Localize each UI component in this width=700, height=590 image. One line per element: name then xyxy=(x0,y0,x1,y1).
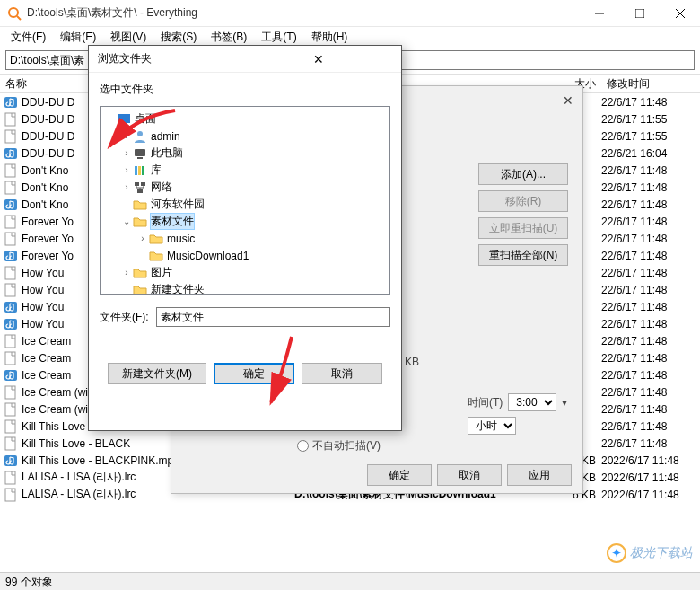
menu-bar: 文件(F) 编辑(E) 视图(V) 搜索(S) 书签(B) 工具(T) 帮助(H… xyxy=(0,27,700,47)
new-folder-button[interactable]: 新建文件夹(M) xyxy=(108,363,206,384)
svg-rect-40 xyxy=(137,189,143,193)
status-bar: 99 个对象 xyxy=(0,572,700,590)
file-date: 22/6/17 11:48 xyxy=(601,318,700,330)
menu-search[interactable]: 搜索(S) xyxy=(153,28,204,47)
menu-view[interactable]: 视图(V) xyxy=(103,28,153,47)
file-date: 22/6/17 11:48 xyxy=(601,420,700,433)
menu-help[interactable]: 帮助(H) xyxy=(304,28,355,47)
file-icon xyxy=(4,436,18,451)
folder-tree[interactable]: 桌面›admin›此电脑›库›网络河东软件园⌄素材文件›musicMusicDo… xyxy=(100,106,390,295)
remove-button[interactable]: 移除(R) xyxy=(478,190,568,212)
rescan-now-button[interactable]: 立即重扫描(U) xyxy=(478,217,568,239)
col-date[interactable]: 修改时间 xyxy=(601,76,700,92)
tree-node[interactable]: ⌄素材文件 xyxy=(101,213,389,230)
expand-icon[interactable]: › xyxy=(120,165,133,175)
svg-line-1 xyxy=(17,16,21,20)
time-select[interactable]: 3:00 xyxy=(508,393,556,411)
add-button[interactable]: 添加(A)... xyxy=(478,163,568,185)
svg-rect-28 xyxy=(5,471,15,484)
audio-icon xyxy=(4,454,18,468)
hour-select[interactable]: 小时 xyxy=(468,417,516,435)
dialog-titlebar: 浏览文件夹 ✕ xyxy=(89,46,401,73)
file-date: 22/6/17 11:48 xyxy=(601,301,700,313)
menu-edit[interactable]: 编辑(E) xyxy=(53,28,103,47)
tree-node[interactable]: MusicDownload1 xyxy=(101,247,389,264)
tree-node[interactable]: 新建文件夹 xyxy=(101,281,389,295)
file-icon xyxy=(4,351,18,365)
file-icon xyxy=(4,232,18,246)
maximize-button[interactable] xyxy=(619,0,660,27)
svg-rect-23 xyxy=(5,386,15,399)
file-date: 22/6/17 11:48 xyxy=(601,164,700,177)
dialog-close-icon[interactable]: ✕ xyxy=(245,52,392,66)
expand-icon[interactable]: › xyxy=(136,233,149,243)
watermark-icon: ✦ xyxy=(607,543,626,563)
minimize-button[interactable] xyxy=(579,0,619,27)
browse-ok-button[interactable]: 确定 xyxy=(214,363,294,384)
tree-node[interactable]: ›网络 xyxy=(101,179,389,196)
svg-rect-31 xyxy=(121,124,127,126)
svg-rect-34 xyxy=(137,157,143,159)
expand-icon[interactable]: › xyxy=(120,131,133,141)
tree-node[interactable]: ›图片 xyxy=(101,264,389,281)
tree-node[interactable]: ›库 xyxy=(101,162,389,179)
file-date: 22/6/17 11:48 xyxy=(601,216,700,228)
svg-rect-16 xyxy=(5,267,15,279)
desktop-icon xyxy=(117,112,131,127)
file-date: 22/6/17 11:48 xyxy=(601,284,700,296)
expand-icon[interactable]: ⌄ xyxy=(120,216,133,226)
file-date: 22/6/21 16:04 xyxy=(601,147,700,160)
tree-label: 此电脑 xyxy=(151,145,183,161)
file-icon xyxy=(4,385,18,400)
app-icon xyxy=(7,6,22,21)
tree-label: admin xyxy=(151,130,180,143)
menu-bookmark[interactable]: 书签(B) xyxy=(204,28,254,47)
tree-node[interactable]: ›music xyxy=(101,230,389,247)
menu-file[interactable]: 文件(F) xyxy=(4,28,53,47)
browse-cancel-button[interactable]: 取消 xyxy=(302,363,382,384)
close-button[interactable] xyxy=(660,0,700,27)
settings-cancel-button[interactable]: 取消 xyxy=(437,464,502,486)
title-bar: D:\tools\桌面\素材文件\ - Everything xyxy=(0,0,700,27)
audio-icon xyxy=(4,317,18,331)
settings-ok-button[interactable]: 确定 xyxy=(367,464,432,486)
file-date: 2022/6/17 11:48 xyxy=(601,454,700,467)
rescan-all-button[interactable]: 重扫描全部(N) xyxy=(478,244,568,266)
tree-node[interactable]: 桌面 xyxy=(101,110,389,128)
file-icon xyxy=(4,181,18,195)
file-date: 22/6/17 11:55 xyxy=(601,113,700,126)
chevron-down-icon: ▾ xyxy=(562,396,567,409)
file-date: 22/6/17 11:48 xyxy=(601,181,700,194)
tree-label: 图片 xyxy=(151,265,172,280)
tree-node[interactable]: 河东软件园 xyxy=(101,196,389,213)
dialog-title: 浏览文件夹 xyxy=(98,51,245,66)
file-date: 22/6/17 11:48 xyxy=(601,352,700,365)
select-folder-label: 选中文件夹 xyxy=(100,82,390,97)
folder-icon xyxy=(149,249,163,263)
expand-icon[interactable]: › xyxy=(120,148,133,158)
tree-node[interactable]: ›admin xyxy=(101,128,389,145)
expand-icon[interactable]: › xyxy=(120,268,133,277)
settings-close-icon[interactable]: ✕ xyxy=(563,93,573,108)
file-icon xyxy=(4,112,18,127)
folder-icon xyxy=(133,215,147,229)
file-icon xyxy=(4,215,18,229)
file-icon xyxy=(4,283,18,297)
tree-node[interactable]: ›此电脑 xyxy=(101,145,389,162)
file-icon xyxy=(4,334,18,348)
file-icon xyxy=(4,129,18,144)
menu-tools[interactable]: 工具(T) xyxy=(254,28,303,47)
folder-input[interactable] xyxy=(156,307,390,327)
svg-rect-24 xyxy=(5,403,15,416)
file-date: 22/6/17 11:48 xyxy=(601,369,700,382)
svg-rect-14 xyxy=(5,233,15,245)
svg-rect-20 xyxy=(5,335,15,348)
noauto-radio[interactable] xyxy=(297,440,309,452)
svg-rect-11 xyxy=(5,181,15,194)
expand-icon[interactable]: › xyxy=(120,182,133,192)
browse-folder-dialog: 浏览文件夹 ✕ 选中文件夹 桌面›admin›此电脑›库›网络河东软件园⌄素材文… xyxy=(88,45,402,431)
file-icon xyxy=(4,266,18,280)
net-icon xyxy=(133,181,147,195)
settings-apply-button[interactable]: 应用 xyxy=(507,464,572,486)
svg-rect-3 xyxy=(635,9,644,18)
